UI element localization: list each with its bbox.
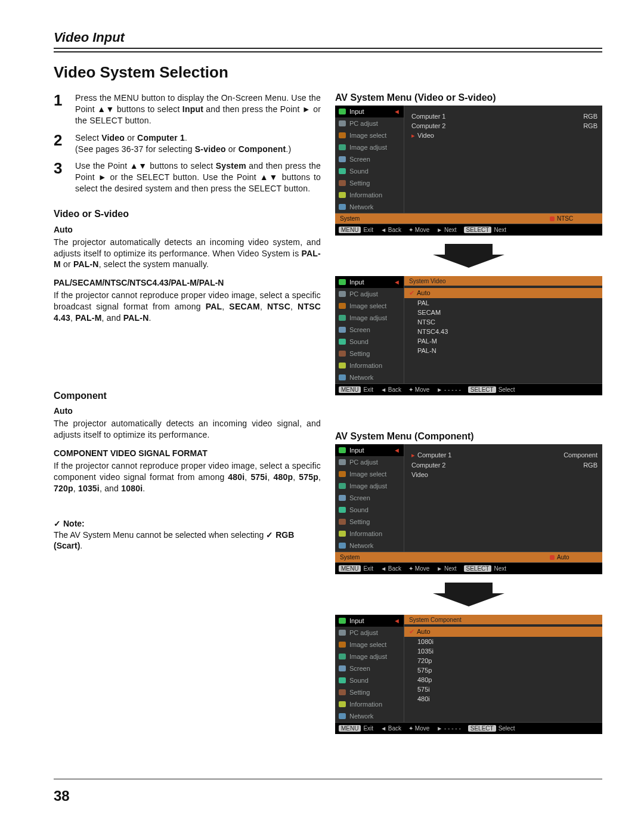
sidebar-item[interactable]: Information — [335, 360, 404, 371]
sidebar-item[interactable]: Image adjust — [335, 651, 404, 662]
sidebar-item-label: Information — [349, 530, 382, 537]
system-option[interactable]: PAL-M — [404, 336, 602, 346]
footer-hint: ◄ Back — [380, 725, 401, 732]
sidebar-item[interactable]: Network — [335, 201, 404, 213]
osd-footer: MENUExit◄ Back✦ Move► - - - - -SELECTSel… — [335, 383, 602, 395]
sidebar-item[interactable]: Screen — [335, 662, 404, 674]
input-row[interactable]: Video — [409, 470, 597, 479]
svideo-fmt-h: PAL/SECAM/NTSC/NTSC4.43/PAL-M/PAL-N — [54, 277, 321, 289]
sidebar-item[interactable]: Sound — [335, 165, 404, 177]
menu-icon — [339, 713, 346, 719]
heading-rule — [54, 48, 602, 52]
svideo-auto-body: The projector automatically detects an i… — [54, 237, 321, 271]
menu-icon — [339, 109, 346, 114]
sidebar-item[interactable]: PC adjust — [335, 627, 404, 639]
sidebar-item[interactable]: Image select — [335, 639, 404, 651]
sidebar-item-label: Network — [349, 542, 373, 549]
system-option[interactable]: ✔Auto — [404, 288, 602, 298]
step-body: Select Video or Computer 1.(See pages 36… — [75, 132, 291, 155]
sidebar-item[interactable]: Image select — [335, 468, 404, 480]
sidebar-item[interactable]: Sound — [335, 504, 404, 516]
system-option[interactable]: PAL-N — [404, 346, 602, 355]
sidebar-item[interactable]: PC adjust — [335, 288, 404, 300]
system-option[interactable]: 1080i — [404, 637, 602, 646]
system-option[interactable]: 1035i — [404, 646, 602, 656]
sidebar-item[interactable]: Image adjust — [335, 312, 404, 324]
sidebar-item[interactable]: Screen — [335, 153, 404, 165]
sidebar-item[interactable]: Setting — [335, 686, 404, 698]
system-option[interactable]: 720p — [404, 656, 602, 665]
input-row[interactable]: ▸Computer 1Component — [409, 450, 597, 460]
input-row[interactable]: Computer 2RGB — [409, 121, 597, 131]
system-option[interactable]: 575i — [404, 685, 602, 694]
sidebar-item-label: PC adjust — [349, 120, 378, 127]
sidebar-item-label: Setting — [349, 689, 370, 696]
sidebar-item[interactable]: Network — [335, 371, 404, 383]
sidebar-item-label: PC adjust — [349, 629, 378, 636]
sidebar-item-label: Network — [349, 713, 373, 720]
system-option[interactable]: NTSC — [404, 317, 602, 327]
chevron-right-icon: ◄ — [394, 108, 400, 115]
sidebar-item[interactable]: Image select — [335, 129, 404, 141]
menu-icon — [339, 120, 346, 126]
footer-hint: MENUExit — [339, 227, 373, 233]
sidebar-item-label: Setting — [349, 350, 370, 357]
sidebar-item[interactable]: PC adjust — [335, 117, 404, 129]
menu-icon — [339, 204, 346, 210]
sidebar-item[interactable]: Network — [335, 710, 404, 722]
sidebar-item-label: Screen — [349, 326, 370, 333]
input-row[interactable]: Computer 2RGB — [409, 460, 597, 470]
sidebar-item-label: PC adjust — [349, 459, 378, 466]
menu-icon — [339, 630, 346, 636]
svideo-fmt-body: If the projector cannot reproduce proper… — [54, 290, 321, 324]
sidebar-item[interactable]: Sound — [335, 674, 404, 686]
sidebar-item[interactable]: Sound — [335, 336, 404, 348]
sidebar-item[interactable]: Screen — [335, 492, 404, 504]
sidebar-item[interactable]: Information — [335, 698, 404, 710]
svg-marker-0 — [433, 244, 504, 268]
step-number: 3 — [54, 160, 67, 194]
step-body: Press the MENU button to display the On-… — [75, 92, 321, 126]
page-number: 38 — [54, 788, 70, 804]
menu-icon — [339, 642, 346, 648]
menu-icon — [339, 291, 346, 297]
menu-icon — [339, 665, 346, 671]
sidebar-item[interactable]: Input◄ — [335, 276, 404, 288]
system-value: Auto — [545, 552, 602, 562]
footer-hint: ► Next — [436, 227, 456, 233]
sidebar-item[interactable]: Network — [335, 540, 404, 552]
footer-hint: SELECTNext — [464, 565, 506, 572]
input-row[interactable]: ▸Video — [409, 131, 597, 141]
sidebar-item-label: Setting — [349, 518, 370, 525]
system-option[interactable]: 480p — [404, 675, 602, 685]
svideo-heading: Video or S-video — [54, 208, 321, 221]
sidebar-item-label: Image adjust — [349, 482, 387, 490]
sidebar-item[interactable]: PC adjust — [335, 456, 404, 468]
system-option[interactable]: 480i — [404, 694, 602, 704]
sidebar-item[interactable]: Setting — [335, 348, 404, 360]
system-option[interactable]: NTSC4.43 — [404, 327, 602, 336]
system-option[interactable]: PAL — [404, 298, 602, 308]
sidebar-item[interactable]: Screen — [335, 324, 404, 336]
menu-icon — [339, 156, 346, 162]
sidebar-item[interactable]: Setting — [335, 516, 404, 528]
sidebar-item[interactable]: Image adjust — [335, 480, 404, 492]
sidebar-item[interactable]: Image select — [335, 300, 404, 312]
sidebar-item[interactable]: Input◄ — [335, 444, 404, 456]
input-row[interactable]: Computer 1RGB — [409, 112, 597, 121]
footer-hint: MENUExit — [339, 386, 373, 393]
component-fmt-body: If the projector cannot reproduce proper… — [54, 460, 321, 494]
section-kicker: Video Input — [54, 30, 602, 45]
sidebar-item[interactable]: Information — [335, 528, 404, 540]
system-option[interactable]: 575p — [404, 665, 602, 675]
sidebar-item[interactable]: Setting — [335, 177, 404, 189]
sidebar-item[interactable]: Information — [335, 189, 404, 201]
footer-hint: ✦ Move — [408, 725, 429, 732]
footer-hint: MENUExit — [339, 565, 373, 572]
system-option[interactable]: SECAM — [404, 308, 602, 317]
sidebar-item[interactable]: Image adjust — [335, 141, 404, 153]
sidebar-item[interactable]: Input◄ — [335, 615, 404, 627]
chevron-right-icon: ◄ — [394, 617, 400, 624]
system-option[interactable]: ✔Auto — [404, 627, 602, 637]
sidebar-item[interactable]: Input◄ — [335, 106, 404, 117]
